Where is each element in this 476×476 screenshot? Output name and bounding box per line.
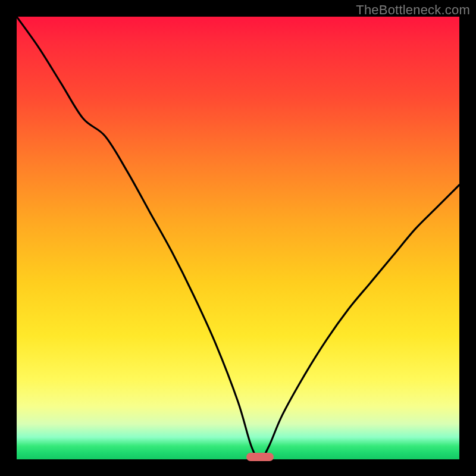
plot-area — [17, 17, 459, 459]
bottleneck-curve — [17, 17, 459, 459]
curve-path — [17, 17, 459, 459]
watermark-text: TheBottleneck.com — [356, 2, 470, 18]
minimum-marker — [246, 453, 274, 461]
chart-frame: TheBottleneck.com — [0, 0, 476, 476]
